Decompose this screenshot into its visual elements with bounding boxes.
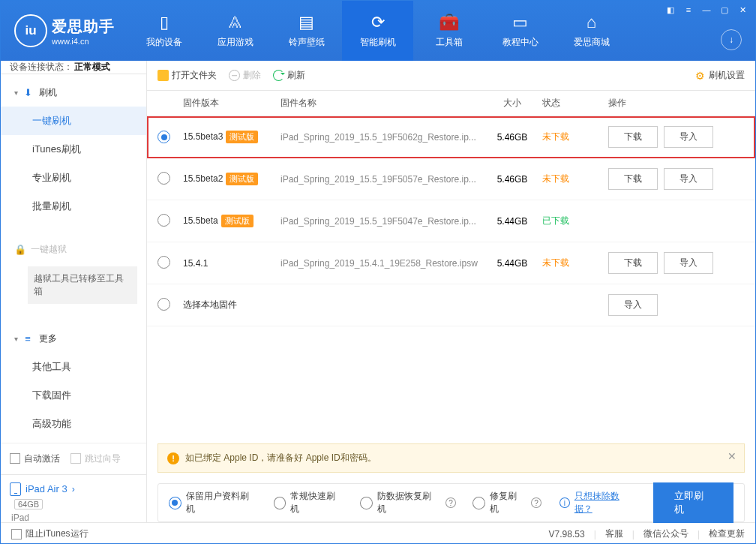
sidebar-batch-flash[interactable]: 批量刷机 [1,192,146,221]
sidebar-pro-flash[interactable]: 专业刷机 [1,164,146,192]
nav-flash[interactable]: ⟳智能刷机 [342,1,413,61]
chevron-down-icon: ▾ [14,89,18,97]
firmware-row[interactable]: 15.5beta2测试版 iPad_Spring_2019_15.5_19F50… [147,158,755,200]
download-button[interactable]: 下载 [608,126,658,148]
sidebar: 设备连接状态： 正常模式 ▾⬇刷机 一键刷机 iTunes刷机 专业刷机 批量刷… [1,61,147,522]
erase-only: i只想抹除数据？ [558,490,637,515]
app-title: 爱思助手 [52,17,115,37]
app-subtitle: www.i4.cn [52,37,115,46]
flash-options-bar: 保留用户资料刷机 常规快速刷机 防数据恢复刷机? 修复刷机? i只想抹除数据？ … [158,483,745,522]
skin-icon[interactable]: ◧ [664,4,677,16]
opt-anti-recovery[interactable]: 防数据恢复刷机? [360,490,455,515]
device-panel[interactable]: iPad Air 3 › 64GB iPad [1,474,146,530]
beta-tag: 测试版 [226,173,258,185]
connection-status: 设备连接状态： 正常模式 [1,61,146,74]
opt-repair[interactable]: 修复刷机? [472,490,542,515]
sidebar-one-click-flash[interactable]: 一键刷机 [1,107,146,135]
col-version: 固件版本 [183,97,280,110]
firmware-list: 15.5beta3测试版 iPad_Spring_2019_15.5_19F50… [147,116,755,326]
sidebar-advanced[interactable]: 高级功能 [1,410,146,438]
apple-id-notice: ! 如已绑定 Apple ID，请准备好 Apple ID和密码。 ✕ [158,443,745,473]
app-logo: iu 爱思助手 www.i4.cn [1,14,128,47]
flash-icon: ⟳ [371,13,385,32]
version-label: V7.98.53 [549,529,585,539]
download-button[interactable]: 下载 [608,252,658,274]
minimize-icon[interactable]: — [700,4,713,16]
firmware-row[interactable]: 15.5beta测试版 iPad_Spring_2019_15.5_19F504… [147,200,755,242]
opt-keep-data[interactable]: 保留用户资料刷机 [169,490,257,515]
erase-link[interactable]: 只想抹除数据？ [574,490,637,515]
footer-wechat[interactable]: 微信公众号 [644,527,688,540]
flash-now-button[interactable]: 立即刷机 [653,482,734,523]
firmware-version: 15.5beta [183,215,218,226]
firmware-status: 未下载 [542,257,595,269]
nav-store[interactable]: ⌂爱思商城 [556,1,627,61]
firmware-radio[interactable] [158,256,170,269]
store-icon: ⌂ [586,13,596,32]
toolbar: 打开文件夹 删除 刷新 ⚙刷机设置 [147,61,755,91]
close-icon[interactable]: ✕ [736,4,749,16]
import-button[interactable]: 导入 [664,168,713,190]
maximize-icon[interactable]: ▢ [718,4,731,16]
sidebar-jailbreak: 🔒一键越狱 [1,236,146,263]
firmware-status: 未下载 [542,131,595,143]
sidebar-itunes-flash[interactable]: iTunes刷机 [1,135,146,164]
firmware-size: 5.44GB [482,216,542,227]
warning-icon: ! [167,452,179,464]
logo-icon: iu [14,14,47,47]
firmware-version: 选择本地固件 [183,299,237,310]
chevron-down-icon: ▾ [14,335,18,343]
notice-close-icon[interactable]: ✕ [728,450,736,462]
firmware-row[interactable]: 15.5beta3测试版 iPad_Spring_2019_15.5_19F50… [147,116,755,158]
footer-check-update[interactable]: 检查更新 [709,527,745,540]
firmware-row[interactable]: 选择本地固件 导入 [147,284,755,326]
firmware-radio[interactable] [158,131,170,143]
firmware-version: 15.5beta3 [183,131,223,142]
firmware-name: iPad_Spring_2019_15.5_19F5047e_Restore.i… [280,216,482,227]
block-itunes-checkbox[interactable]: 阻止iTunes运行 [11,527,88,540]
flash-section-icon: ⬇ [22,87,33,98]
footer-support[interactable]: 客服 [605,527,623,540]
nav-ringtones[interactable]: ▤铃声壁纸 [271,1,342,61]
sidebar-more[interactable]: ▾≡更多 [1,325,146,353]
refresh-button[interactable]: 刷新 [273,69,305,82]
nav-my-device[interactable]: ▯我的设备 [128,1,200,61]
more-icon: ≡ [22,333,33,344]
download-button[interactable]: 下载 [608,168,658,190]
firmware-radio[interactable] [158,214,170,227]
window-controls: ◧ ≡ — ▢ ✕ [664,4,749,16]
firmware-name: iPad_Spring_2019_15.5_19F5062g_Restore.i… [280,132,482,143]
col-status: 状态 [542,97,595,110]
menu-icon[interactable]: ≡ [682,4,695,16]
nav-apps[interactable]: ⩓应用游戏 [200,1,271,61]
download-manager-icon[interactable]: ↓ [721,29,742,50]
toolbox-icon: 🧰 [439,13,459,32]
auto-activate-checkbox[interactable]: 自动激活 [10,452,60,465]
firmware-radio[interactable] [158,298,170,311]
jailbreak-note: 越狱工具已转移至工具箱 [28,266,137,304]
sidebar-download-firmware[interactable]: 下载固件 [1,381,146,410]
device-icon: ▯ [160,13,169,32]
sidebar-other-tools[interactable]: 其他工具 [1,353,146,381]
col-size: 大小 [482,97,542,110]
import-button[interactable]: 导入 [608,294,658,316]
firmware-name: iPad_Spring_2019_15.4.1_19E258_Restore.i… [280,258,482,269]
sidebar-flash[interactable]: ▾⬇刷机 [1,79,146,107]
firmware-row[interactable]: 15.4.1 iPad_Spring_2019_15.4.1_19E258_Re… [147,242,755,284]
help-icon[interactable]: ? [446,497,456,508]
import-button[interactable]: 导入 [664,126,713,148]
main-nav: ▯我的设备 ⩓应用游戏 ▤铃声壁纸 ⟳智能刷机 🧰工具箱 ▭教程中心 ⌂爱思商城 [128,1,755,61]
import-button[interactable]: 导入 [664,252,713,274]
nav-tutorials[interactable]: ▭教程中心 [484,1,556,61]
firmware-radio[interactable] [158,172,170,185]
flash-settings-button[interactable]: ⚙刷机设置 [695,69,745,82]
gear-icon: ⚙ [695,70,705,82]
help-icon[interactable]: ? [531,497,542,508]
open-folder-button[interactable]: 打开文件夹 [158,69,217,82]
opt-normal[interactable]: 常规快速刷机 [274,490,344,515]
nav-toolbox[interactable]: 🧰工具箱 [413,1,484,61]
auto-activate-row: 自动激活 跳过向导 [1,443,146,474]
lock-icon: 🔒 [14,244,25,255]
device-capacity: 64GB [14,499,43,509]
skip-guide-checkbox: 跳过向导 [70,452,121,465]
